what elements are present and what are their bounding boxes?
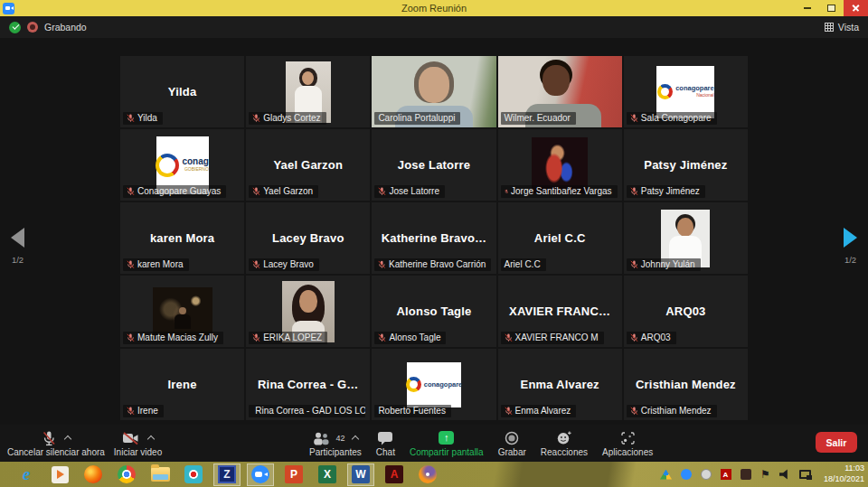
participant-tile[interactable]: Jorge Santibañez Vargas <box>498 129 622 201</box>
participant-tile[interactable]: conagopare Roberto Fuentes <box>372 349 495 420</box>
muted-mic-icon <box>630 407 638 416</box>
window-titlebar: Zoom Reunión <box>0 0 868 16</box>
tray-action-center-flag[interactable]: ⚑ <box>759 468 772 482</box>
tray-unknown-tray[interactable] <box>739 468 752 482</box>
tray-zoom-tray[interactable] <box>679 468 693 482</box>
photo-head <box>677 218 693 237</box>
chevron-up-icon[interactable] <box>147 435 155 443</box>
logo-swirl-icon <box>406 377 421 392</box>
prev-arrow-icon <box>11 228 24 248</box>
leave-button[interactable]: Salir <box>816 432 857 453</box>
start-video-label: Iniciar video <box>114 447 162 457</box>
start-video-button[interactable]: Iniciar video <box>114 429 162 457</box>
participant-nameplate: Cristhian Mendez <box>627 405 717 417</box>
toolbar-center-group: 42 Participantes Chat ↑ Compartir pantal… <box>309 425 653 462</box>
participant-tile[interactable]: conagopare Nacional Sala Conagopare <box>624 56 748 127</box>
chat-button[interactable]: Chat <box>376 429 395 457</box>
muted-mic-icon <box>127 407 135 416</box>
participant-tile[interactable]: Johnny Yulán <box>624 202 748 274</box>
participants-button[interactable]: 42 Participantes <box>309 429 362 457</box>
minimize-button[interactable] <box>795 0 819 16</box>
participant-tile[interactable]: ERIKA LOPEZ <box>246 276 370 347</box>
participant-display-name: XAVIER FRANC… <box>509 304 610 318</box>
participant-tile[interactable]: Patsy Jiménez Patsy Jiménez <box>624 129 748 201</box>
security-shield-icon[interactable] <box>9 22 21 33</box>
participant-nameplate: Roberto Fuentes <box>374 405 451 417</box>
participant-tile[interactable]: Wilmer. Ecuador <box>498 56 622 127</box>
excel-icon: X <box>318 465 336 483</box>
unmute-button[interactable]: Cancelar silenciar ahora <box>7 429 105 457</box>
participant-tile[interactable]: Carolina Portaluppi <box>372 56 495 127</box>
participant-tile[interactable]: ARQ03 ARQ03 <box>624 276 748 347</box>
taskbar-avast[interactable] <box>414 464 441 486</box>
prev-page-button[interactable]: 1/2 <box>11 228 24 265</box>
participant-tile[interactable]: Enma Alvarez Enma Alvarez <box>498 349 622 420</box>
taskbar-zoom-app[interactable] <box>247 464 274 486</box>
participant-tile[interactable]: Jose Latorre Jose Latorre <box>372 129 495 201</box>
taskbar-file-explorer[interactable] <box>146 464 174 486</box>
taskbar-powerpoint[interactable]: P <box>280 464 307 486</box>
tray-volume[interactable] <box>778 468 792 482</box>
participant-tile[interactable]: Lacey Bravo Lacey Bravo <box>246 202 370 274</box>
share-screen-button[interactable]: ↑ Compartir pantalla <box>410 429 484 457</box>
participant-tile[interactable]: Yael Garzon Yael Garzon <box>246 129 370 201</box>
participant-display-name: Alonso Tagle <box>396 304 471 318</box>
tray-google-drive[interactable] <box>659 468 673 482</box>
maximize-button[interactable] <box>819 0 844 16</box>
participant-name-label: Carolina Portaluppi <box>378 113 455 123</box>
participant-nameplate: Gladys Cortez <box>249 112 326 125</box>
unknown-tray-icon <box>741 469 751 480</box>
next-page-button[interactable]: 1/2 <box>844 228 857 265</box>
participant-nameplate: karen Mora <box>123 258 189 271</box>
apps-icon <box>620 431 636 445</box>
participant-tile[interactable]: Matute Macias Zully <box>120 276 244 347</box>
reactions-label: Reacciones <box>541 447 588 457</box>
tray-acrobat-tray[interactable]: A <box>719 468 732 482</box>
recording-indicator-icon[interactable] <box>27 22 38 33</box>
chevron-up-icon[interactable] <box>64 435 71 443</box>
taskbar-media-player[interactable] <box>46 464 73 486</box>
logo-text: conagopare <box>675 85 714 92</box>
participant-display-name: Irene <box>168 378 197 391</box>
participant-tile[interactable]: XAVIER FRANC… XAVIER FRANCO M <box>498 276 622 347</box>
taskbar-word[interactable]: W <box>347 464 374 486</box>
participant-tile[interactable]: Alonso Tagle Alonso Tagle <box>372 276 495 347</box>
logo-swirl-icon <box>657 84 673 99</box>
participant-tile[interactable]: Rina Correa - G… Rina Correa - GAD LOS L… <box>246 349 370 420</box>
tray-network[interactable] <box>798 468 812 482</box>
taskbar-screen-recorder[interactable] <box>180 464 207 486</box>
taskbar-scanner-app[interactable]: Z <box>213 464 241 486</box>
taskbar-acrobat[interactable]: A <box>381 464 408 486</box>
participant-tile[interactable]: conag GOBIERNO Conagopare Guayas <box>120 129 244 201</box>
participant-tile[interactable]: Ariel C.C Ariel C.C <box>498 202 622 274</box>
participant-tile[interactable]: Katherine Bravo… Katherine Bravo Carrión <box>372 202 495 274</box>
close-button[interactable] <box>844 0 868 16</box>
participant-nameplate: XAVIER FRANCO M <box>501 332 604 344</box>
taskbar-clock[interactable]: 11:03 18/10/2021 <box>819 464 864 484</box>
taskbar-firefox[interactable] <box>80 464 107 486</box>
participant-name-label: Sala Conagopare <box>641 113 712 123</box>
participant-name-label: ARQ03 <box>641 332 671 342</box>
participant-tile[interactable]: Cristhian Mendez Cristhian Mendez <box>624 349 748 420</box>
apps-button[interactable]: Aplicaciones <box>602 429 653 457</box>
participant-name-label: Yael Garzon <box>263 186 313 196</box>
chevron-up-icon[interactable] <box>352 435 359 443</box>
participant-nameplate: Carolina Portaluppi <box>374 112 460 125</box>
participant-tile[interactable]: Irene Irene <box>120 349 244 420</box>
participant-name-label: Alonso Tagle <box>389 332 440 342</box>
taskbar-dock: eZPXWA <box>13 464 441 486</box>
record-button[interactable]: Grabar <box>498 429 526 457</box>
participant-display-name: Cristhian Mendez <box>636 378 736 391</box>
tray-hidden-icons[interactable] <box>699 468 712 482</box>
taskbar-excel[interactable]: X <box>314 464 341 486</box>
participant-tile[interactable]: Gladys Cortez <box>246 56 370 127</box>
taskbar-chrome[interactable] <box>113 464 140 486</box>
participant-nameplate: Enma Alvarez <box>501 405 577 417</box>
taskbar-internet-explorer[interactable]: e <box>13 464 40 486</box>
participant-tile[interactable]: Yilda Yilda <box>120 56 244 127</box>
participant-name-label: Jorge Santibañez Vargas <box>511 186 612 196</box>
muted-mic-icon <box>127 114 135 123</box>
participant-tile[interactable]: karen Mora karen Mora <box>120 202 244 274</box>
view-button[interactable]: Vista <box>825 22 859 33</box>
reactions-button[interactable]: Reacciones <box>541 429 588 457</box>
